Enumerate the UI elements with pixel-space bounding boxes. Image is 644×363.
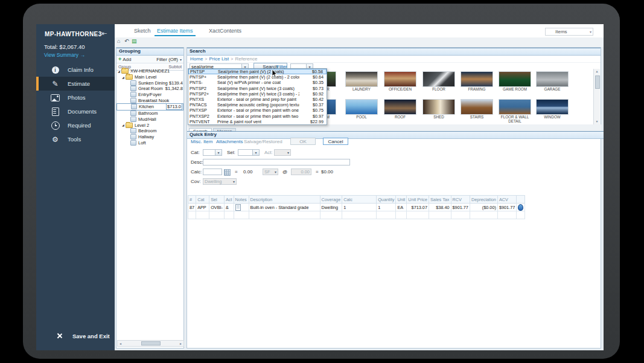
suggestion-row[interactable]: PNTSP2Seal/prime then paint (V) twice (3… — [188, 86, 327, 91]
main-area: Sketch Estimate Items XactContents Items… — [115, 24, 604, 350]
grouping-horizontal-scrollbar[interactable]: ◄ ► — [117, 340, 184, 347]
cat-label: Cat: — [191, 150, 200, 155]
tree-row-breakfast-nook[interactable]: Breakfast Nook — [116, 97, 183, 103]
suggestion-row[interactable]: PNTACSSeal/prime acoustic ceiling (popco… — [188, 102, 327, 108]
scroll-left-icon[interactable]: ◄ — [118, 342, 123, 345]
desc-input[interactable] — [203, 159, 350, 165]
sel-dropdown-arrow[interactable]: ▾ — [252, 150, 259, 155]
tree-row-main-level[interactable]: ◢ Main Level — [116, 74, 183, 80]
note-icon[interactable] — [235, 204, 241, 211]
category-image — [384, 71, 416, 87]
scrollbar-thumb[interactable] — [141, 341, 161, 345]
category-laundry[interactable]: LAUNDRY — [343, 71, 380, 92]
scroll-up-icon[interactable]: ▲ — [594, 69, 600, 74]
category-stairs[interactable]: STAIRS — [458, 99, 496, 120]
category-roof[interactable]: ROOF — [381, 99, 419, 120]
sidebar-item-documents[interactable]: Documents — [36, 104, 115, 118]
suggestion-row[interactable]: PNTVENTPrime & paint roof vent$22.99 — [188, 119, 327, 124]
suggestion-row[interactable]: PNTSPSeal/prime then paint (V) (2 coats)… — [188, 69, 327, 74]
breadcrumb-reference: Reference — [235, 56, 257, 62]
tree-row-level-2[interactable]: ◢ Level 2 — [116, 122, 183, 128]
coverage-dropdown[interactable]: Dwelling▾ — [203, 178, 237, 185]
collapse-sidebar-icon[interactable]: ⇤ — [101, 30, 107, 37]
sel-input[interactable]: ▾ — [238, 149, 260, 156]
category-floor-wall-detail[interactable]: FLOOR & WALL DETAIL — [496, 99, 534, 124]
tree-row-bathroom[interactable]: Bathroom — [116, 111, 183, 117]
room-icon — [130, 80, 136, 86]
folder-icon — [126, 74, 133, 80]
suggestion-row[interactable]: PNTXSExterior - seal or prime and prep f… — [188, 97, 327, 102]
tree-row-great-room[interactable]: Great Room $1,342.8 — [116, 86, 183, 92]
sidebar-item-estimate[interactable]: ✎ Estimate — [36, 77, 115, 91]
tree-row-hallway[interactable]: Hallway — [116, 134, 183, 140]
room-icon — [130, 92, 136, 97]
category-image — [384, 99, 416, 115]
save-and-exit-button[interactable]: Save and Exit — [36, 328, 126, 344]
calc-input[interactable] — [203, 169, 222, 175]
scrollbar-thumb[interactable] — [595, 75, 600, 89]
tree-row-sunken-dining[interactable]: Sunken Dining $139.4 — [116, 80, 183, 86]
sidebar-item-required[interactable]: Required — [36, 118, 115, 132]
category-image — [499, 99, 531, 115]
grouping-tree: ◢ XW-HERNANDEZ1 ◢ Main Level Sunken Dini… — [116, 68, 183, 146]
category-pool[interactable]: POOL — [343, 99, 380, 120]
sidebar-item-photos[interactable]: Photos — [36, 91, 115, 104]
suggestion-row[interactable]: PNTSP+Seal/prime then paint (V) (2 coats… — [188, 74, 327, 80]
tab-sketch[interactable]: Sketch — [132, 27, 153, 35]
tree-row-entry-foyer[interactable]: Entry/Foyer — [116, 92, 183, 98]
tree-row-bedroom[interactable]: Bedroom — [116, 128, 183, 134]
category-game-room[interactable]: GAME ROOM — [496, 71, 534, 92]
export-icon[interactable]: ▤ — [132, 38, 137, 44]
category-shed[interactable]: SHED — [420, 99, 457, 120]
suggestion-row[interactable]: PNTS-Seal (V) w/PVA primer - one coat$0.… — [188, 80, 327, 85]
cat-input[interactable]: ▾ — [203, 149, 222, 156]
undo-icon[interactable]: ↶ — [124, 38, 129, 44]
chevron-down-icon: ▾ — [180, 57, 182, 62]
estimate-items-table: #Cat SelAct NotesDescription CoverageCal… — [188, 195, 525, 219]
attachments-link[interactable]: Attachments — [216, 139, 243, 144]
suggestion-row[interactable]: PNTXSP2Exterior - seal or prime then pai… — [188, 114, 327, 119]
tab-xactcontents[interactable]: XactContents — [206, 27, 244, 35]
thumbnails-vertical-scrollbar[interactable]: ▲ ▼ — [593, 69, 600, 124]
scroll-right-icon[interactable]: ► — [178, 342, 183, 345]
category-garage[interactable]: GARAGE — [534, 71, 571, 92]
tab-bar: Sketch Estimate Items XactContents Items… — [115, 24, 604, 38]
salvage-restored-link: Salvage/Restored — [244, 139, 282, 144]
category-framing[interactable]: FRAMING — [458, 71, 496, 92]
cancel-button[interactable]: Cancel — [323, 138, 348, 145]
search-panel: Search Home > Price List > Reference ▾ S… — [187, 47, 601, 349]
home-icon[interactable]: ⌂ — [117, 38, 120, 44]
estimate-total: Total: $2,067.40 — [44, 43, 85, 50]
calculator-icon[interactable] — [224, 169, 231, 176]
table-row[interactable]: 87 APP OVBI- & Built-in oven - Standard … — [188, 204, 525, 211]
suggestion-row[interactable]: PNTSP2+Seal/prime then paint (V) twice (… — [188, 91, 327, 97]
app-window: MP-HAWTHORNE3 ⇤ Total: $2,067.40 View Su… — [36, 24, 604, 350]
breadcrumb-home[interactable]: Home — [190, 56, 203, 62]
tree-row-kitchen[interactable]: Kitchen $713.0 — [116, 103, 183, 111]
wrench-icon: ⚙ — [52, 136, 59, 143]
chevron-down-icon: ▾ — [590, 30, 591, 34]
sidebar-item-tools[interactable]: ⚙ Tools — [36, 132, 115, 146]
misc-item-link[interactable]: Misc. Item — [191, 139, 212, 144]
info-icon: i — [52, 66, 59, 74]
tree-row-loft[interactable]: Loft — [116, 140, 183, 146]
tab-estimate-items[interactable]: Estimate Items — [155, 27, 196, 36]
suggestion-row[interactable]: PNTXSPExterior - seal or prime then pain… — [188, 108, 327, 113]
room-icon — [130, 98, 136, 103]
scroll-down-icon[interactable]: ▼ — [594, 119, 600, 124]
category-office-den[interactable]: OFFICE/DEN — [381, 71, 419, 92]
folder-icon — [126, 123, 133, 128]
table-empty-row — [188, 211, 525, 219]
sidebar-item-claim-info[interactable]: i Claim Info — [36, 63, 115, 77]
add-group-button[interactable]: Add — [123, 57, 131, 62]
item-flag-icon[interactable] — [518, 204, 523, 211]
breadcrumb-price-list[interactable]: Price List — [209, 56, 229, 62]
plus-icon: + — [118, 56, 121, 62]
cat-dropdown-arrow[interactable]: ▾ — [215, 150, 222, 155]
filter-dropdown[interactable]: Filter (Off) ▾ — [156, 57, 182, 62]
category-window[interactable]: WINDOW — [534, 99, 571, 120]
view-summary-link[interactable]: View Summary → — [44, 52, 85, 58]
category-floor[interactable]: FLOOR — [420, 71, 457, 92]
grouping-panel: Grouping + Add Filter (Off) ▾ Group Subt… — [116, 47, 184, 349]
items-select[interactable]: Items ▾ — [545, 28, 593, 36]
